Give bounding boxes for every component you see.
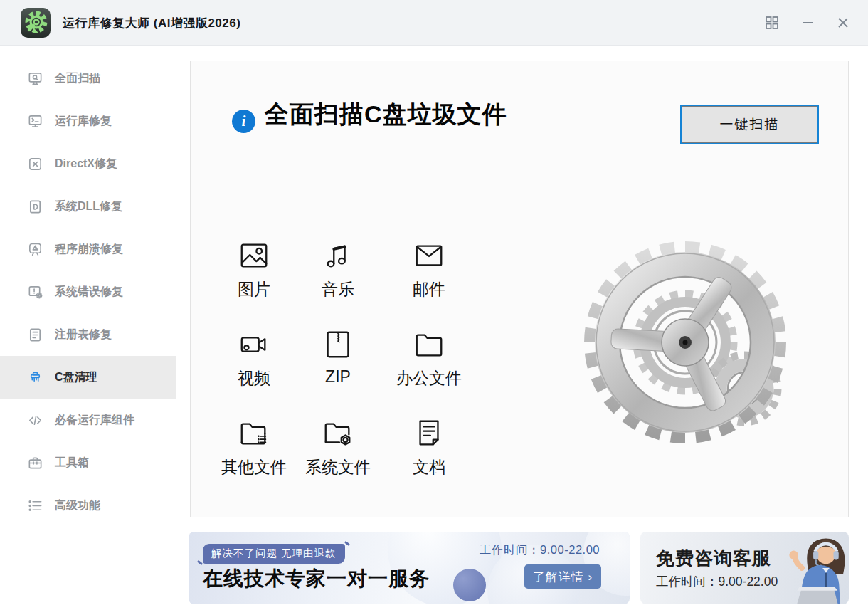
sidebar-item-system-error-repair[interactable]: 系统错误修复 <box>0 270 176 313</box>
big-gear <box>592 249 778 436</box>
office-folder-icon <box>413 328 445 361</box>
sidebar-label: 运行库修复 <box>55 114 112 129</box>
system-error-gear-icon <box>27 284 43 300</box>
file-type-label: 视频 <box>238 367 270 389</box>
code-components-icon <box>27 412 43 429</box>
support-agent-illustration <box>759 532 849 604</box>
sidebar-item-full-scan[interactable]: 全面扫描 <box>0 57 176 100</box>
sidebar-item-directx-repair[interactable]: DirectX修复 <box>0 142 176 185</box>
other-files-folder-icon <box>238 417 270 450</box>
sidebar-label: DirectX修复 <box>55 157 117 172</box>
metal-gears-illustration <box>578 236 799 449</box>
sidebar-item-runtime-components[interactable]: 必备运行库组件 <box>0 399 176 441</box>
sidebar-item-dll-repair[interactable]: 系统DLL修复 <box>0 185 176 228</box>
promo-work-time: 工作时间：9.00-22.00 <box>480 542 600 558</box>
sidebar-label: 全面扫描 <box>55 71 100 86</box>
file-type-label: ZIP <box>325 367 351 387</box>
file-type-label: 系统文件 <box>305 456 371 478</box>
directx-x-icon <box>27 156 43 172</box>
refund-badge: 解决不了问题 无理由退款 <box>203 544 345 564</box>
sidebar-item-advanced[interactable]: 高级功能 <box>0 484 176 527</box>
runtime-terminal-icon <box>27 113 43 130</box>
crash-warning-icon <box>27 241 43 258</box>
app-logo-icon <box>20 7 51 38</box>
file-type-label: 文档 <box>413 456 445 478</box>
app-window: 运行库修复大师 (AI增强版2026) 全面扫描 <box>0 0 868 615</box>
sidebar-label: 必备运行库组件 <box>55 413 134 428</box>
sidebar-item-runtime-repair[interactable]: 运行库修复 <box>0 100 176 142</box>
file-type-label: 办公文件 <box>396 367 462 389</box>
close-icon[interactable] <box>832 12 854 33</box>
decor-circle-blue <box>453 569 486 601</box>
file-type-docs[interactable]: 文档 <box>380 417 478 506</box>
sidebar-label: 系统错误修复 <box>55 285 123 300</box>
app-title: 运行库修复大师 (AI增强版2026) <box>63 0 240 46</box>
document-icon <box>413 417 445 450</box>
support-title: 免费咨询客服 <box>656 546 771 571</box>
file-type-system[interactable]: 系统文件 <box>296 417 380 506</box>
promo-banner[interactable]: 解决不了问题 无理由退款 在线技术专家一对一服务 工作时间：9.00-22.00… <box>189 532 630 604</box>
file-type-grid: 图片 音乐 邮件 视频 ZIP <box>212 239 478 506</box>
window-controls <box>761 0 854 46</box>
titlebar: 运行库修复大师 (AI增强版2026) <box>0 0 868 46</box>
file-type-mail[interactable]: 邮件 <box>380 239 478 328</box>
learn-more-button[interactable]: 了解详情 › <box>524 564 601 589</box>
advanced-list-icon <box>27 498 43 514</box>
sidebar-label: 程序崩溃修复 <box>55 242 123 257</box>
info-icon: i <box>232 110 255 133</box>
dll-document-icon <box>27 199 43 215</box>
file-type-label: 邮件 <box>413 278 445 300</box>
music-note-icon <box>322 239 354 272</box>
sidebar-label: 系统DLL修复 <box>55 199 122 214</box>
support-banner[interactable]: 免费咨询客服 工作时间：9.00-22.00 <box>640 532 849 604</box>
main-panel: i 全面扫描C盘垃圾文件 一键扫描 图片 音乐 邮件 <box>190 61 849 517</box>
system-files-folder-icon <box>322 417 354 450</box>
sidebar: 全面扫描 运行库修复 DirectX修复 系统DLL修复 程序崩溃修复 <box>0 46 176 615</box>
file-type-office[interactable]: 办公文件 <box>380 328 478 417</box>
sidebar-label: 注册表修复 <box>55 327 112 342</box>
image-icon <box>238 239 270 272</box>
sidebar-item-crash-repair[interactable]: 程序崩溃修复 <box>0 228 176 270</box>
scan-monitor-icon <box>27 70 43 87</box>
sidebar-label: 工具箱 <box>55 456 89 471</box>
file-type-label: 图片 <box>238 278 270 300</box>
sidebar-label: 高级功能 <box>55 498 100 513</box>
file-type-label: 音乐 <box>322 278 354 300</box>
clean-brush-icon <box>27 369 43 386</box>
sidebar-label: C盘清理 <box>55 370 97 385</box>
sidebar-item-c-drive-clean[interactable]: C盘清理 <box>0 356 176 399</box>
file-type-label: 其他文件 <box>221 456 287 478</box>
file-type-zip[interactable]: ZIP <box>296 328 380 417</box>
one-key-scan-button[interactable]: 一键扫描 <box>680 105 819 144</box>
apps-grid-icon[interactable] <box>761 12 783 33</box>
registry-document-icon <box>27 327 43 343</box>
file-type-video[interactable]: 视频 <box>212 328 296 417</box>
sidebar-item-registry-repair[interactable]: 注册表修复 <box>0 313 176 356</box>
sidebar-item-toolbox[interactable]: 工具箱 <box>0 441 176 484</box>
zip-archive-icon <box>322 328 354 361</box>
video-camera-icon <box>238 328 270 361</box>
file-type-other[interactable]: 其他文件 <box>212 417 296 506</box>
file-type-music[interactable]: 音乐 <box>296 239 380 328</box>
page-title: 全面扫描C盘垃圾文件 <box>265 98 507 131</box>
mail-envelope-icon <box>413 239 445 272</box>
toolbox-icon <box>27 455 43 471</box>
promo-title: 在线技术专家一对一服务 <box>203 565 430 592</box>
file-type-images[interactable]: 图片 <box>212 239 296 328</box>
minimize-icon[interactable] <box>797 12 818 33</box>
